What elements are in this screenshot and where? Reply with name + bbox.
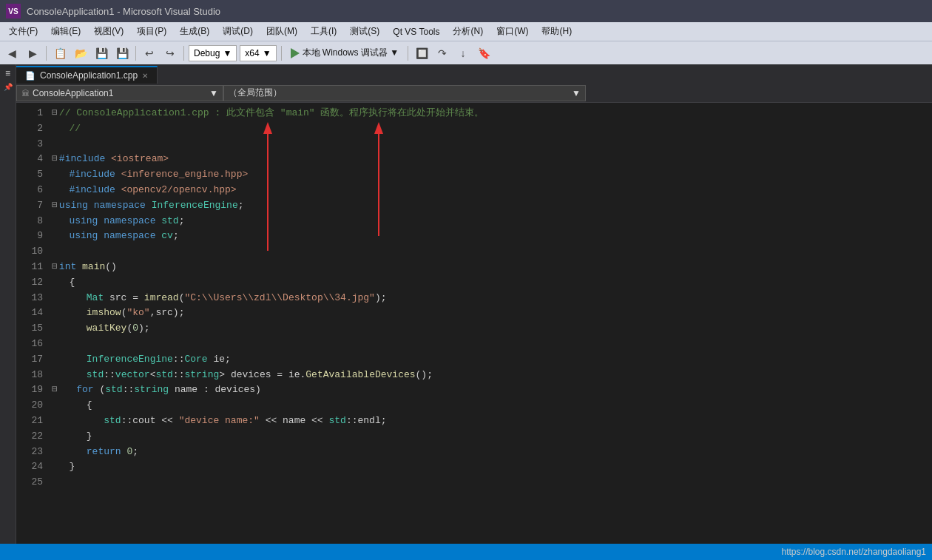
- menu-help[interactable]: 帮助(H): [536, 24, 578, 39]
- line-num-13: 13: [22, 291, 43, 306]
- left-sidebar: ≡ 📌: [0, 64, 16, 544]
- editor-panel: 📄 ConsoleApplication1.cpp ✕ 🏛 ConsoleApp…: [16, 64, 932, 544]
- window-title: ConsoleApplication1 - Microsoft Visual S…: [27, 6, 220, 17]
- line-num-16: 16: [22, 337, 43, 352]
- watermark-text: https://blog.csdn.net/zhangdaoliang1: [782, 547, 926, 557]
- menu-edit[interactable]: 编辑(E): [45, 24, 87, 39]
- line-num-8: 8: [22, 214, 43, 229]
- tab-cpp-file[interactable]: 📄 ConsoleApplication1.cpp ✕: [16, 66, 158, 84]
- tab-strip: 📄 ConsoleApplication1.cpp ✕: [16, 64, 932, 84]
- nav-bar: 🏛 ConsoleApplication1 ▼ （全局范围） ▼: [16, 84, 932, 103]
- line-num-10: 10: [22, 244, 43, 260]
- menu-build[interactable]: 生成(B): [174, 24, 215, 39]
- debug-config-dropdown[interactable]: Debug ▼: [189, 45, 237, 61]
- toolbar-separator-3: [183, 46, 184, 61]
- line-num-22: 22: [22, 429, 43, 445]
- open-file-btn[interactable]: 📂: [72, 44, 90, 62]
- menu-project[interactable]: 项目(P): [131, 24, 172, 39]
- class-icon: 🏛: [21, 89, 30, 98]
- menu-view[interactable]: 视图(V): [88, 24, 129, 39]
- toolbar-separator-4: [281, 46, 282, 61]
- line-num-9: 9: [22, 229, 43, 244]
- collapse-7[interactable]: ⊟: [52, 200, 58, 211]
- main-area: ≡ 📌 📄 ConsoleApplication1.cpp ✕ 🏛 Consol…: [0, 64, 932, 544]
- editor-wrapper: 1 2 3 4 5 6 7 8 9 10 11 12 13 14 15 16 1: [16, 103, 932, 544]
- menu-qt[interactable]: Qt VS Tools: [387, 25, 445, 38]
- menu-tools[interactable]: 工具(I): [305, 24, 342, 39]
- menu-analyze[interactable]: 分析(N): [447, 24, 489, 39]
- redo-btn[interactable]: ↪: [161, 44, 179, 62]
- sidebar-explorer-icon[interactable]: ≡: [2, 67, 14, 79]
- status-bar: https://blog.csdn.net/zhangdaoliang1: [0, 544, 932, 560]
- line-num-2: 2: [22, 121, 43, 137]
- line-num-5: 5: [22, 167, 43, 183]
- class-dropdown-arrow: ▼: [209, 88, 218, 98]
- method-label: （全局范围）: [229, 87, 282, 99]
- method-dropdown-arrow: ▼: [572, 88, 581, 98]
- line-numbers: 1 2 3 4 5 6 7 8 9 10 11 12 13 14 15 16 1: [16, 103, 52, 544]
- play-icon: [291, 48, 300, 58]
- menu-test[interactable]: 测试(S): [344, 24, 385, 39]
- collapse-4[interactable]: ⊟: [52, 153, 58, 164]
- platform-dropdown[interactable]: x64 ▼: [240, 45, 276, 61]
- toolbar-separator-1: [46, 46, 47, 61]
- line-num-11: 11: [22, 260, 43, 275]
- line-num-20: 20: [22, 398, 43, 414]
- collapse-1[interactable]: ⊟: [52, 107, 58, 118]
- sidebar-pin-icon[interactable]: 📌: [2, 81, 14, 92]
- toolbar-separator-2: [135, 46, 136, 61]
- line-num-19: 19: [22, 382, 43, 398]
- step-into-btn[interactable]: ↓: [454, 44, 472, 62]
- code-content[interactable]: ⊟// ConsoleApplication1.cpp : 此文件包含 "mai…: [52, 103, 932, 544]
- line-num-6: 6: [22, 183, 43, 198]
- line-num-7: 7: [22, 198, 43, 214]
- class-label: ConsoleApplication1: [33, 88, 113, 98]
- run-debug-button[interactable]: 本地 Windows 调试器 ▼: [286, 45, 404, 61]
- tab-close-btn[interactable]: ✕: [142, 72, 148, 80]
- code-area[interactable]: 1 2 3 4 5 6 7 8 9 10 11 12 13 14 15 16 1: [16, 103, 932, 544]
- menu-file[interactable]: 文件(F): [3, 24, 44, 39]
- menu-team[interactable]: 团队(M): [260, 24, 303, 39]
- line-num-24: 24: [22, 459, 43, 475]
- menu-window[interactable]: 窗口(W): [490, 24, 534, 39]
- collapse-19[interactable]: ⊟: [52, 384, 58, 395]
- line-num-1: 1: [22, 106, 43, 121]
- line-num-4: 4: [22, 152, 43, 167]
- vs-logo-icon: VS: [6, 4, 21, 18]
- line-num-15: 15: [22, 321, 43, 337]
- method-dropdown[interactable]: （全局范围） ▼: [223, 85, 586, 101]
- line-num-14: 14: [22, 306, 43, 321]
- undo-btn[interactable]: ↩: [141, 44, 158, 62]
- collapse-11[interactable]: ⊟: [52, 261, 58, 272]
- line-num-3: 3: [22, 137, 43, 152]
- toolbar-forward-btn[interactable]: ▶: [24, 44, 41, 62]
- tab-label: ConsoleApplication1.cpp: [40, 70, 138, 81]
- line-num-17: 17: [22, 352, 43, 368]
- breakpoint-btn[interactable]: 🔲: [413, 44, 430, 62]
- menu-bar: 文件(F) 编辑(E) 视图(V) 项目(P) 生成(B) 调试(D) 团队(M…: [0, 22, 932, 41]
- save-btn[interactable]: 💾: [92, 44, 110, 62]
- toolbar-separator-5: [408, 46, 408, 61]
- bookmark-btn[interactable]: 🔖: [475, 44, 493, 62]
- title-bar: VS ConsoleApplication1 - Microsoft Visua…: [0, 0, 932, 22]
- save-all-btn[interactable]: 💾: [113, 44, 131, 62]
- menu-debug[interactable]: 调试(D): [217, 24, 259, 39]
- line-num-21: 21: [22, 414, 43, 429]
- line-num-25: 25: [22, 475, 43, 490]
- class-dropdown[interactable]: 🏛 ConsoleApplication1 ▼: [16, 85, 223, 101]
- run-label: 本地 Windows 调试器 ▼: [303, 47, 399, 59]
- line-num-23: 23: [22, 445, 43, 460]
- file-icon: 📄: [25, 71, 36, 81]
- line-num-18: 18: [22, 368, 43, 383]
- step-over-btn[interactable]: ↷: [433, 44, 451, 62]
- toolbar: ◀ ▶ 📋 📂 💾 💾 ↩ ↪ Debug ▼ x64 ▼ 本地 Windows…: [0, 41, 932, 64]
- line-num-12: 12: [22, 275, 43, 291]
- new-project-btn[interactable]: 📋: [51, 44, 69, 62]
- toolbar-back-btn[interactable]: ◀: [3, 44, 21, 62]
